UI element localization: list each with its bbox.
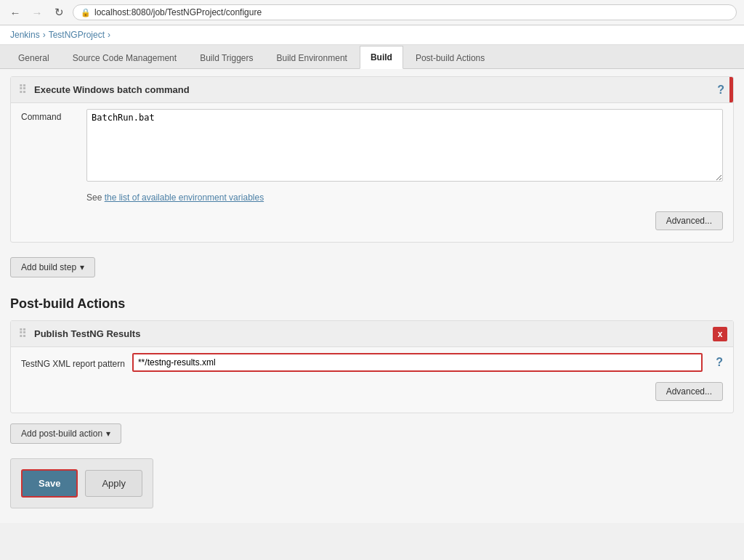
env-vars-link[interactable]: the list of available environment variab…	[105, 192, 264, 203]
build-advanced-button[interactable]: Advanced...	[655, 211, 723, 230]
postbuild-publish-title: Publish TestNG Results	[34, 328, 140, 339]
breadcrumb-project[interactable]: TestNGProject	[49, 30, 105, 40]
postbuild-section-inner: TestNG XML report pattern ? Advanced...	[11, 347, 733, 413]
command-field-row: Command	[11, 103, 733, 190]
apply-button[interactable]: Apply	[85, 470, 142, 497]
add-build-step-chevron: ▾	[80, 262, 84, 272]
postbuild-section-box: ⠿ Publish TestNG Results x TestNG XML re…	[10, 320, 734, 413]
add-postbuild-chevron: ▾	[106, 429, 110, 439]
url-text: localhost:8080/job/TestNGProject/configu…	[94, 7, 262, 17]
forward-button[interactable]: →	[29, 4, 45, 20]
tab-triggers[interactable]: Build Triggers	[189, 46, 264, 69]
build-help-icon[interactable]: ?	[717, 84, 724, 97]
add-build-step-row: Add build step ▾	[10, 253, 734, 289]
add-build-step-button[interactable]: Add build step ▾	[10, 257, 95, 277]
add-postbuild-label: Add post-build action	[21, 429, 102, 439]
postbuild-drag-icon: ⠿	[18, 327, 27, 341]
tab-postbuild[interactable]: Post-build Actions	[405, 46, 496, 69]
browser-bar: ← → ↻ 🔒 localhost:8080/job/TestNGProject…	[0, 0, 744, 25]
report-help-icon[interactable]: ?	[716, 356, 723, 369]
report-label: TestNG XML report pattern	[21, 356, 125, 369]
add-postbuild-row: Add post-build action ▾	[10, 423, 734, 444]
lock-icon: 🔒	[81, 8, 91, 17]
report-field-value	[132, 353, 703, 372]
refresh-button[interactable]: ↻	[51, 4, 67, 20]
report-field-row: TestNG XML report pattern ?	[11, 347, 733, 378]
command-label: Command	[21, 109, 79, 122]
breadcrumb: Jenkins › TestNGProject ›	[0, 25, 744, 45]
breadcrumb-sep1: ›	[43, 30, 46, 40]
env-vars-prefix: See	[86, 192, 105, 203]
tab-general[interactable]: General	[7, 46, 60, 69]
main-content: ⠿ Execute Windows batch command ? Comman…	[0, 69, 744, 523]
env-vars-row: See the list of available environment va…	[11, 190, 733, 207]
breadcrumb-sep2: ›	[108, 30, 110, 40]
buttons-row: Save Apply	[10, 458, 153, 508]
drag-handle-icon: ⠿	[18, 83, 27, 97]
build-section-header: ⠿ Execute Windows batch command ?	[11, 77, 733, 103]
command-textarea[interactable]	[86, 109, 723, 182]
postbuild-section-header: ⠿ Publish TestNG Results x	[11, 321, 733, 347]
postbuild-delete-button[interactable]: x	[713, 327, 727, 341]
back-button[interactable]: ←	[7, 4, 23, 20]
tab-build[interactable]: Build	[360, 46, 403, 69]
postbuild-section-title: Post-build Actions	[10, 289, 734, 320]
build-advanced-row: Advanced...	[11, 207, 733, 238]
tabs-bar: General Source Code Management Build Tri…	[0, 45, 744, 69]
postbuild-advanced-button[interactable]: Advanced...	[655, 382, 723, 401]
build-section-box: ⠿ Execute Windows batch command ? Comman…	[10, 76, 734, 243]
tab-scm[interactable]: Source Code Management	[62, 46, 187, 69]
tab-environment[interactable]: Build Environment	[266, 46, 358, 69]
footer-buttons-container: Save Apply	[10, 458, 734, 508]
report-input[interactable]	[132, 353, 703, 372]
address-bar[interactable]: 🔒 localhost:8080/job/TestNGProject/confi…	[73, 4, 737, 20]
save-button[interactable]: Save	[21, 469, 78, 498]
build-section-inner: Command See the list of available enviro…	[11, 103, 733, 242]
add-postbuild-button[interactable]: Add post-build action ▾	[10, 423, 121, 444]
add-build-step-label: Add build step	[21, 262, 76, 272]
postbuild-advanced-row: Advanced...	[11, 378, 733, 408]
command-field-value	[86, 109, 723, 184]
build-section-title: Execute Windows batch command	[34, 84, 190, 95]
breadcrumb-jenkins[interactable]: Jenkins	[10, 30, 40, 40]
